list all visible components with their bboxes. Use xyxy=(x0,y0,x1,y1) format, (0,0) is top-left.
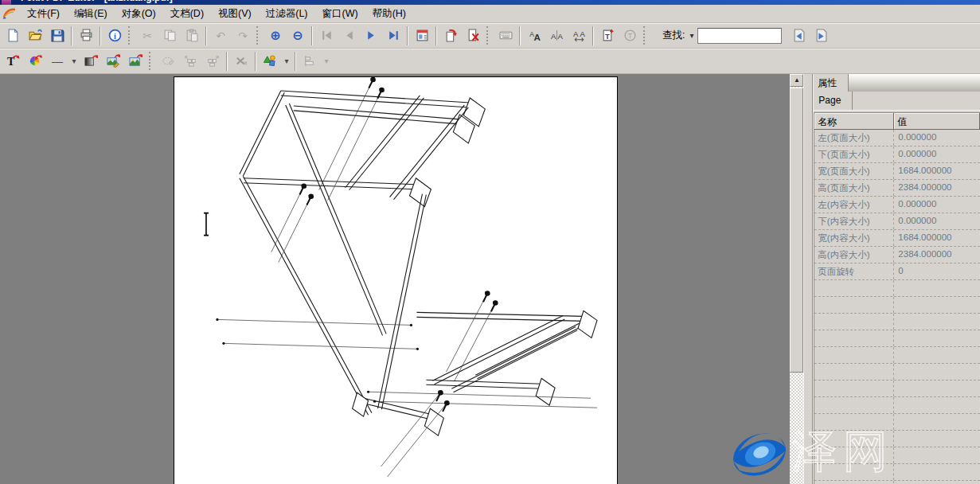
delete-object-button[interactable] xyxy=(230,50,252,72)
edit-text-tool-button[interactable]: T xyxy=(2,50,24,72)
property-row[interactable]: 高(内容大小)2384.000000 xyxy=(814,247,980,263)
menu-window[interactable]: 窗口(W) xyxy=(315,6,365,22)
properties-table: 名称 值 左(页面大小)0.000000 下(页面大小)0.000000 宽(页… xyxy=(814,112,980,484)
copy-button[interactable] xyxy=(158,25,181,46)
property-row[interactable]: 下(内容大小)0.000000 xyxy=(814,213,980,230)
document-menu-icon[interactable] xyxy=(2,7,17,20)
toolbar-separator xyxy=(592,26,594,45)
delete-page-button[interactable] xyxy=(462,25,484,46)
find-input[interactable] xyxy=(697,28,782,44)
zoom-out-button[interactable]: ⊖ xyxy=(287,25,309,46)
scrollbar-thumb[interactable] xyxy=(790,88,803,373)
rotate-page-button[interactable] xyxy=(439,25,462,46)
property-row[interactable]: 页面旋转0 xyxy=(814,263,980,280)
edit-color-tool-button[interactable] xyxy=(24,50,46,72)
keyboard-icon xyxy=(499,29,513,42)
bring-forward-button[interactable] xyxy=(179,50,201,72)
align-caret-button[interactable]: ▾ xyxy=(321,50,332,72)
line-style-caret-button[interactable]: ▾ xyxy=(68,50,80,72)
properties-panel-header: 属性 xyxy=(814,74,980,92)
menu-view[interactable]: 视图(V) xyxy=(211,6,259,22)
send-backward-button[interactable] xyxy=(201,50,224,72)
undo-button[interactable]: ↶ xyxy=(209,25,232,46)
property-row[interactable]: 宽(页面大小)1684.000000 xyxy=(814,163,980,180)
clone-object-button[interactable] xyxy=(157,50,179,72)
toolbar-separator xyxy=(435,26,437,45)
add-image-tool-button[interactable] xyxy=(124,50,146,72)
find-label: 查找: xyxy=(662,29,685,42)
print-icon xyxy=(80,29,93,42)
char-spacing-button[interactable]: AA xyxy=(545,25,568,46)
document-canvas[interactable] xyxy=(0,74,790,484)
keyboard-button[interactable] xyxy=(494,25,517,46)
properties-table-header: 名称 值 xyxy=(814,113,980,130)
property-row[interactable]: 左(页面大小)0.000000 xyxy=(814,130,980,146)
first-page-button[interactable] xyxy=(315,25,338,46)
word-spacing-icon: AA xyxy=(572,29,586,42)
shapes-caret-button[interactable]: ▾ xyxy=(281,50,292,72)
property-row[interactable]: 宽(内容大小)1684.000000 xyxy=(814,230,980,247)
paste-button[interactable] xyxy=(181,25,203,46)
about-button[interactable]: i xyxy=(103,25,126,46)
find-previous-button[interactable] xyxy=(788,25,810,46)
svg-text:T: T xyxy=(627,31,632,40)
save-icon xyxy=(51,29,64,42)
tab-page[interactable]: Page xyxy=(814,92,853,110)
word-spacing-button[interactable]: AA xyxy=(568,25,590,46)
application-window: { "window": { "title": "Foxit PDF Editor… xyxy=(0,0,980,484)
new-document-button[interactable] xyxy=(2,25,24,46)
next-page-button[interactable] xyxy=(360,25,382,46)
copy-icon xyxy=(163,29,177,42)
open-file-button[interactable] xyxy=(24,25,46,46)
text-state-button[interactable]: T xyxy=(619,25,641,46)
paste-icon xyxy=(185,29,199,42)
print-button[interactable] xyxy=(75,25,97,46)
edit-image-icon xyxy=(107,54,120,68)
cut-button[interactable]: ✂ xyxy=(136,25,158,46)
scroll-up-button[interactable]: ▲ xyxy=(790,74,803,87)
menu-help[interactable]: 帮助(H) xyxy=(365,6,413,22)
previous-page-button[interactable] xyxy=(338,25,360,46)
empty-row xyxy=(814,397,980,414)
panel-splitter[interactable] xyxy=(803,74,813,484)
shapes-icon xyxy=(264,54,277,68)
align-objects-icon xyxy=(303,54,317,68)
page-layout-icon xyxy=(416,29,429,42)
menu-filter[interactable]: 过滤器(L) xyxy=(259,6,315,22)
menu-object[interactable]: 对象(O) xyxy=(115,6,163,22)
add-text-button[interactable]: T xyxy=(596,25,619,46)
property-row[interactable]: 左(内容大小)0.000000 xyxy=(814,197,980,213)
column-header-name: 名称 xyxy=(814,113,894,130)
page-layout-button[interactable] xyxy=(411,25,433,46)
find-history-caret-icon[interactable]: ▾ xyxy=(689,31,693,40)
empty-row xyxy=(814,330,980,347)
toolbar-main: i ✂ ↶ ↷ ⊕ ⊖ AA AA AA T T 查找: ▾ xyxy=(0,23,980,49)
delete-page-icon xyxy=(467,29,480,42)
line-style-button[interactable]: — xyxy=(46,50,68,72)
clone-object-icon xyxy=(162,54,175,68)
undo-icon: ↶ xyxy=(216,29,225,42)
font-button[interactable]: AA xyxy=(523,25,545,46)
find-next-button[interactable] xyxy=(810,25,833,46)
menu-document[interactable]: 文档(D) xyxy=(163,6,211,22)
watermark-logo xyxy=(729,424,790,483)
menu-bar: 文件(F) 编辑(E) 对象(O) 文档(D) 视图(V) 过滤器(L) 窗口(… xyxy=(0,5,980,23)
toolbar-object: T — ▾ ▾ ▾ xyxy=(0,49,980,74)
pdf-page[interactable] xyxy=(174,76,618,484)
insert-shapes-button[interactable] xyxy=(259,50,281,72)
vertical-scrollbar[interactable]: ▲ xyxy=(790,74,803,484)
align-objects-button[interactable] xyxy=(299,50,321,72)
property-row[interactable]: 高(页面大小)2384.000000 xyxy=(814,180,980,197)
text-cursor xyxy=(204,213,209,236)
zoom-in-button[interactable]: ⊕ xyxy=(264,25,287,46)
edit-shading-tool-button[interactable] xyxy=(80,50,102,72)
edit-image-tool-button[interactable] xyxy=(102,50,124,72)
save-button[interactable] xyxy=(46,25,68,46)
empty-row xyxy=(814,381,980,397)
redo-button[interactable]: ↷ xyxy=(232,25,254,46)
last-page-button[interactable] xyxy=(382,25,404,46)
property-row[interactable]: 下(页面大小)0.000000 xyxy=(814,146,980,163)
menu-edit[interactable]: 编辑(E) xyxy=(67,6,115,22)
menu-file[interactable]: 文件(F) xyxy=(20,6,67,22)
svg-text:A: A xyxy=(580,29,585,38)
